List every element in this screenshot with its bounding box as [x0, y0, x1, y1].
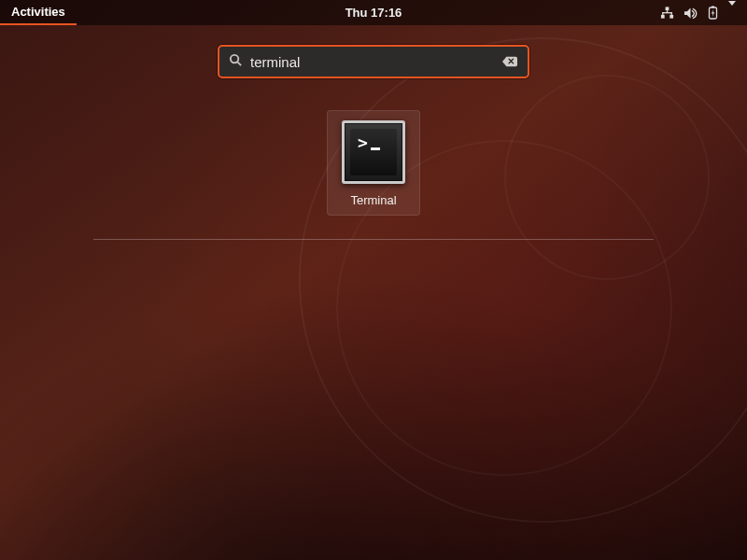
search-input[interactable]: [250, 54, 501, 70]
wallpaper-circle: [504, 75, 710, 280]
search-icon: [229, 53, 243, 71]
battery-icon[interactable]: [707, 6, 719, 20]
svg-line-10: [238, 62, 242, 65]
clear-search-button[interactable]: [501, 53, 518, 70]
svg-rect-0: [666, 7, 669, 10]
search-container: [218, 45, 529, 78]
svg-rect-8: [712, 7, 714, 8]
svg-rect-4: [662, 12, 672, 13]
search-field[interactable]: [218, 45, 529, 78]
network-icon[interactable]: [660, 7, 674, 20]
app-result-label: Terminal: [350, 193, 396, 207]
clock[interactable]: Thu 17:16: [345, 6, 402, 20]
status-area[interactable]: [660, 6, 747, 20]
svg-point-9: [231, 54, 238, 62]
svg-rect-6: [671, 12, 672, 15]
svg-rect-5: [662, 12, 663, 15]
activities-label: Activities: [11, 5, 65, 19]
activities-button[interactable]: Activities: [0, 0, 77, 25]
volume-icon[interactable]: [684, 7, 698, 20]
clock-text: Thu 17:16: [345, 6, 402, 20]
app-result-terminal[interactable]: > Terminal: [327, 110, 420, 216]
svg-rect-1: [661, 14, 665, 18]
results-separator: [93, 239, 654, 240]
svg-rect-2: [669, 14, 673, 18]
chevron-down-icon[interactable]: [728, 6, 736, 20]
terminal-app-icon: >: [342, 120, 405, 184]
top-bar: Activities Thu 17:16: [0, 0, 747, 25]
